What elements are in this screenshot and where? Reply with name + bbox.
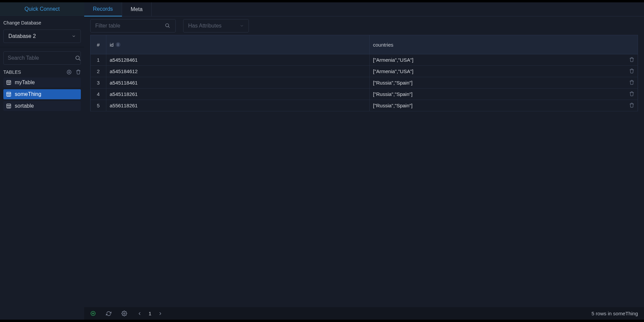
delete-table-icon[interactable]: [76, 69, 81, 75]
table-row[interactable]: 5 a556118261 ["Russia","Spain"]: [90, 100, 638, 111]
page-number: 1: [149, 311, 151, 316]
table-row[interactable]: 2 a545184612 ["Armenia","USA"]: [90, 66, 638, 77]
row-delete-cell: [625, 54, 638, 66]
main: RecordsMeta Has Attributes #: [84, 2, 644, 320]
svg-line-1: [79, 59, 80, 60]
delete-row-icon[interactable]: [629, 91, 634, 96]
table-container: # id i countries 1 a545128461 ["Armenia"…: [84, 35, 644, 307]
table-list: myTablesomeThingsortable: [0, 77, 84, 111]
refresh-icon[interactable]: [106, 311, 111, 316]
sidebar-table-item[interactable]: someThing: [3, 89, 81, 99]
delete-row-icon[interactable]: [629, 68, 634, 73]
svg-rect-13: [7, 104, 11, 108]
row-number-cell: 1: [90, 54, 106, 66]
id-cell[interactable]: a545128461: [106, 54, 370, 66]
has-attributes-select[interactable]: Has Attributes: [183, 19, 249, 33]
tab-meta[interactable]: Meta: [122, 2, 152, 16]
footer: 1 5 rows in someThing: [84, 307, 644, 320]
countries-cell[interactable]: ["Russia","Spain"]: [370, 89, 625, 100]
id-cell[interactable]: a545118261: [106, 89, 370, 100]
row-count-status: 5 rows in someThing: [592, 311, 638, 316]
delete-row-icon[interactable]: [629, 80, 634, 85]
row-number-cell: 5: [90, 100, 106, 111]
row-delete-cell: [625, 89, 638, 100]
tables-section-label: TABLES: [3, 69, 21, 75]
database-select[interactable]: Database 2: [3, 30, 81, 43]
table-icon: [6, 80, 11, 85]
row-number-cell: 3: [90, 77, 106, 89]
chevron-down-icon: [72, 34, 76, 38]
countries-cell[interactable]: ["Russia","Spain"]: [370, 100, 625, 111]
countries-cell[interactable]: ["Armenia","USA"]: [370, 66, 625, 77]
column-header-countries[interactable]: countries: [370, 35, 625, 54]
table-icon: [6, 92, 11, 97]
row-delete-cell: [625, 100, 638, 111]
column-header-row-num[interactable]: #: [90, 35, 106, 54]
row-number-cell: 4: [90, 89, 106, 100]
table-item-label: myTable: [15, 79, 35, 86]
change-database-label: Change Database: [0, 16, 84, 28]
row-delete-cell: [625, 66, 638, 77]
info-icon[interactable]: i: [116, 42, 120, 47]
countries-cell[interactable]: ["Armenia","USA"]: [370, 54, 625, 66]
settings-icon[interactable]: [121, 311, 127, 316]
sidebar: Quick Connect Change Database Database 2…: [0, 2, 84, 320]
svg-point-17: [166, 23, 169, 26]
svg-rect-9: [7, 92, 11, 96]
add-table-icon[interactable]: [66, 69, 72, 75]
database-select-value: Database 2: [8, 33, 36, 39]
id-cell[interactable]: a545118461: [106, 77, 370, 89]
column-header-id-label: id: [110, 42, 114, 48]
search-icon: [165, 23, 171, 29]
table-row[interactable]: 3 a545118461 ["Russia","Spain"]: [90, 77, 638, 89]
add-row-icon[interactable]: [90, 311, 96, 316]
table-icon: [6, 103, 11, 109]
table-row[interactable]: 1 a545128461 ["Armenia","USA"]: [90, 54, 638, 66]
row-number-cell: 2: [90, 66, 106, 77]
filter-table-input[interactable]: [95, 23, 165, 29]
sidebar-table-item[interactable]: sortable: [3, 101, 81, 111]
data-table: # id i countries 1 a545128461 ["Armenia"…: [90, 35, 638, 111]
chevron-down-icon: [240, 24, 244, 28]
quick-connect-button[interactable]: Quick Connect: [0, 2, 84, 16]
search-table-input[interactable]: [8, 55, 75, 61]
table-item-label: someThing: [15, 91, 41, 97]
column-header-actions: [625, 35, 638, 54]
next-page-icon[interactable]: [158, 311, 163, 316]
filter-table-box[interactable]: [90, 19, 176, 33]
divider: [0, 47, 84, 47]
tabs: RecordsMeta: [84, 2, 644, 16]
table-row[interactable]: 4 a545118261 ["Russia","Spain"]: [90, 89, 638, 100]
id-cell[interactable]: a556118261: [106, 100, 370, 111]
search-icon: [75, 55, 81, 61]
delete-row-icon[interactable]: [629, 103, 634, 108]
countries-cell[interactable]: ["Russia","Spain"]: [370, 77, 625, 89]
search-table-box[interactable]: [3, 51, 81, 65]
pager: 1: [137, 311, 163, 316]
has-attributes-label: Has Attributes: [188, 23, 222, 29]
svg-point-22: [123, 313, 125, 314]
svg-line-18: [168, 26, 169, 28]
tab-records[interactable]: Records: [84, 2, 122, 16]
toolbar: Has Attributes: [84, 16, 644, 35]
column-header-id[interactable]: id i: [106, 35, 370, 54]
svg-rect-5: [7, 80, 11, 85]
id-cell[interactable]: a545184612: [106, 66, 370, 77]
sidebar-table-item[interactable]: myTable: [3, 77, 81, 88]
prev-page-icon[interactable]: [137, 311, 142, 316]
row-delete-cell: [625, 77, 638, 89]
table-item-label: sortable: [15, 103, 34, 109]
svg-point-0: [76, 56, 79, 60]
delete-row-icon[interactable]: [629, 57, 634, 62]
